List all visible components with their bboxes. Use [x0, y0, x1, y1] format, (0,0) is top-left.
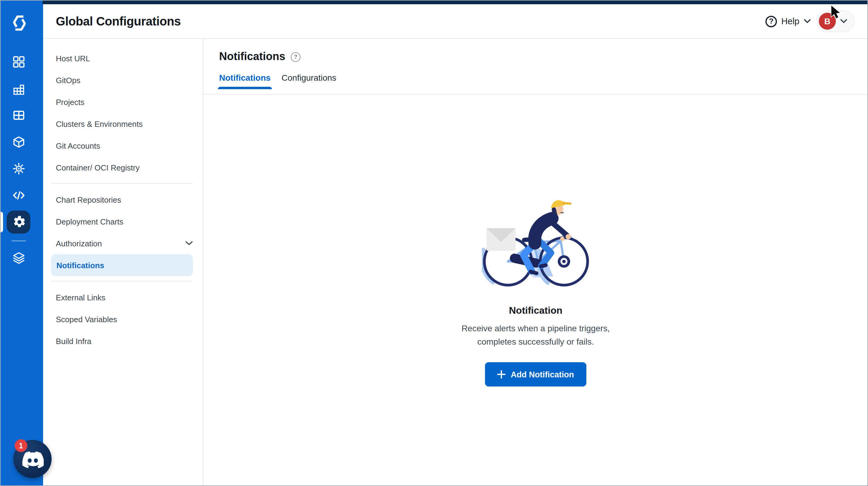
chevron-down-icon [804, 19, 811, 24]
sidebar-divider [11, 240, 26, 241]
top-window-strip [42, 1, 867, 4]
nav-item-label: Git Accounts [56, 141, 100, 150]
security-scan-icon [12, 162, 26, 175]
stack-layers-icon [12, 251, 26, 264]
chat-widget-button[interactable]: 1 [13, 440, 52, 478]
devtron-logo[interactable] [10, 13, 29, 33]
sidebar-item-code-editor[interactable] [12, 189, 26, 202]
page-header: Global Configurations ? Help B [43, 4, 867, 39]
sidebar-item-jobs[interactable] [12, 83, 26, 96]
applications-grid-icon [12, 55, 26, 69]
app-window: Global Configurations ? Help B Host URL … [0, 0, 868, 486]
user-menu[interactable]: B [816, 10, 855, 32]
avatar: B [819, 13, 836, 30]
discord-icon [22, 448, 43, 470]
nav-item-label: External Links [56, 293, 105, 302]
empty-state-description: Receive alerts when a pipeline triggers,… [462, 322, 610, 348]
nav-item-label: Chart Repositories [56, 195, 121, 204]
nav-item-label: Projects [56, 97, 84, 106]
devtron-logo-icon [10, 13, 29, 33]
code-icon [12, 189, 26, 202]
section-title: Notifications [219, 51, 285, 63]
nav-item-label: Scoped Variables [56, 315, 117, 324]
nav-item-label: GitOps [56, 75, 81, 85]
sidebar-item-security[interactable] [12, 162, 26, 175]
page-title: Global Configurations [56, 14, 181, 28]
nav-item-scoped-variables[interactable]: Scoped Variables [43, 308, 203, 330]
nav-item-label: Host URL [56, 54, 90, 63]
add-notification-button-label: Add Notification [511, 370, 574, 379]
nav-item-label: Clusters & Environments [56, 119, 143, 128]
nav-item-label: Deployment Charts [56, 217, 124, 226]
help-label: Help [781, 17, 799, 26]
nav-item-authorization[interactable]: Authorization [43, 232, 203, 254]
nav-item-notifications[interactable]: Notifications [51, 254, 193, 276]
help-question-icon: ? [766, 15, 777, 27]
nav-item-label: Authorization [56, 239, 102, 248]
chat-unread-badge: 1 [14, 439, 27, 452]
cube-icon [12, 135, 26, 149]
empty-state-description-line2: completes successfully or fails. [477, 337, 594, 347]
application-groups-icon [12, 108, 26, 122]
jobs-grid-icon [12, 83, 26, 96]
nav-item-host-url[interactable]: Host URL [43, 47, 203, 69]
nav-item-external-links[interactable]: External Links [43, 286, 203, 308]
empty-state-description-line1: Receive alerts when a pipeline triggers, [462, 323, 610, 333]
nav-item-label: Build Infra [56, 336, 91, 346]
nav-group-divider [51, 281, 193, 282]
empty-state-illustration [482, 195, 590, 289]
icon-sidebar [1, 1, 43, 485]
sidebar-item-resource-browser[interactable] [12, 135, 26, 149]
nav-item-label: Notifications [57, 261, 104, 270]
empty-state-title: Notification [509, 305, 562, 316]
sidebar-item-stack-manager[interactable] [12, 251, 26, 264]
gear-icon [12, 216, 26, 229]
sidebar-item-global-configurations[interactable] [12, 216, 26, 229]
chevron-down-icon [840, 19, 847, 24]
sidebar-item-application-groups[interactable] [12, 108, 26, 122]
header-actions: ? Help B [766, 10, 855, 32]
nav-item-chart-repositories[interactable]: Chart Repositories [43, 189, 203, 210]
sidebar-item-applications[interactable] [12, 55, 26, 69]
help-menu[interactable]: ? Help [766, 15, 811, 27]
tab-bar: Notifications Configurations [219, 73, 336, 89]
add-notification-button[interactable]: Add Notification [485, 362, 586, 387]
main-content: Notifications ? Notifications Configurat… [204, 39, 867, 485]
nav-item-container-oci-registry[interactable]: Container/ OCI Registry [43, 157, 203, 179]
sidebar-active-edge-tab [1, 212, 3, 232]
tab-notifications[interactable]: Notifications [219, 73, 271, 89]
chevron-down-icon [185, 241, 193, 246]
nav-group-divider [51, 183, 193, 184]
nav-item-deployment-charts[interactable]: Deployment Charts [43, 210, 203, 232]
nav-item-label: Container/ OCI Registry [56, 163, 140, 172]
nav-item-projects[interactable]: Projects [43, 91, 203, 113]
section-heading-row: Notifications ? [219, 51, 867, 63]
nav-item-git-accounts[interactable]: Git Accounts [43, 135, 203, 157]
section-help-icon[interactable]: ? [291, 52, 301, 62]
plus-icon [497, 370, 506, 379]
empty-state: Notification Receive alerts when a pipel… [204, 95, 867, 485]
settings-nav: Host URL GitOps Projects Clusters & Envi… [43, 39, 203, 485]
nav-item-gitops[interactable]: GitOps [43, 69, 203, 91]
nav-item-clusters-environments[interactable]: Clusters & Environments [43, 113, 203, 135]
tab-configurations[interactable]: Configurations [282, 73, 337, 89]
nav-item-build-infra[interactable]: Build Infra [43, 330, 203, 352]
